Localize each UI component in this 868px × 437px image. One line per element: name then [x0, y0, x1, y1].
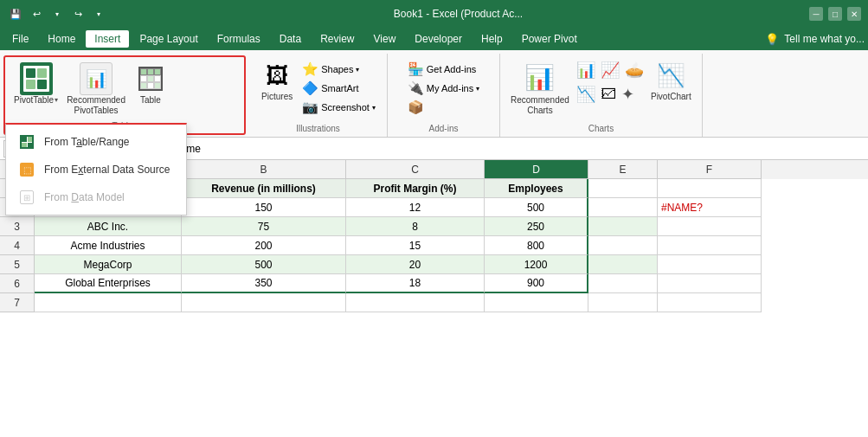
cell-b2[interactable]: 150: [182, 198, 346, 217]
cell-e7[interactable]: [588, 293, 658, 312]
cell-f1[interactable]: [658, 179, 762, 198]
rec-pivot-tables-button[interactable]: 📊 RecommendedPivotTables: [63, 61, 129, 118]
cell-a7[interactable]: [35, 293, 182, 312]
column-chart-button[interactable]: 📊: [575, 59, 597, 81]
quick-access-toolbar: 💾 ↩ ▾ ↪ ▾: [7, 5, 107, 22]
col-header-d[interactable]: D: [485, 160, 588, 179]
col-header-c[interactable]: C: [346, 160, 485, 179]
cell-d5[interactable]: 1200: [485, 255, 588, 274]
cell-f5[interactable]: [658, 255, 762, 274]
cell-b3[interactable]: 75: [182, 217, 346, 236]
my-addins-button[interactable]: 🔌 My Add-ins ▾: [404, 80, 483, 97]
get-addins-button[interactable]: 🏪 Get Add-ins: [404, 61, 483, 78]
cell-e6[interactable]: [588, 274, 658, 293]
menu-insert[interactable]: Insert: [86, 30, 129, 48]
cell-e4[interactable]: [588, 236, 658, 255]
cell-c6[interactable]: 18: [346, 274, 485, 293]
cell-e2[interactable]: [588, 198, 658, 217]
menu-developer[interactable]: Developer: [406, 30, 471, 48]
cell-c3[interactable]: 8: [346, 217, 485, 236]
cell-e1[interactable]: [588, 179, 658, 198]
cell-d1[interactable]: Employees: [485, 179, 588, 198]
rec-charts-button[interactable]: 📊 RecommendedCharts: [507, 57, 573, 118]
cell-d7[interactable]: [485, 293, 588, 312]
cell-b7[interactable]: [182, 293, 346, 312]
customize-qat[interactable]: ▾: [90, 5, 107, 22]
rec-pivot-label: RecommendedPivotTables: [67, 95, 125, 116]
cell-c1[interactable]: Profit Margin (%): [346, 179, 485, 198]
cell-f4[interactable]: [658, 236, 762, 255]
cell-c5[interactable]: 20: [346, 255, 485, 274]
cell-d6[interactable]: 900: [485, 274, 588, 293]
scatter-chart-button[interactable]: ✦: [620, 83, 636, 106]
cell-e3[interactable]: [588, 217, 658, 236]
my-addins-label: My Add-ins: [427, 83, 473, 93]
cell-a4[interactable]: Acme Industries: [35, 236, 182, 255]
row-header-5[interactable]: 5: [0, 255, 35, 274]
smartart-button[interactable]: 🔷 SmartArt: [299, 80, 379, 97]
cell-a6[interactable]: Global Enterprises: [35, 274, 182, 293]
row-header-7[interactable]: 7: [0, 293, 35, 312]
area-chart-button[interactable]: 🗠: [599, 83, 618, 106]
cell-b1[interactable]: Revenue (in millions): [182, 179, 346, 198]
table-button[interactable]: Table: [131, 61, 170, 106]
cell-d2[interactable]: 500: [485, 198, 588, 217]
from-external-item[interactable]: ⬚ From External Data Source: [6, 156, 186, 183]
menu-help[interactable]: Help: [473, 30, 511, 48]
office-store-button[interactable]: 📦: [404, 99, 483, 116]
cell-b6[interactable]: 350: [182, 274, 346, 293]
cell-d4[interactable]: 800: [485, 236, 588, 255]
undo-button[interactable]: ↩: [28, 5, 45, 22]
menu-data[interactable]: Data: [271, 30, 310, 48]
redo-button[interactable]: ↪: [69, 5, 87, 22]
pivot-table-button[interactable]: PivotTable ▾: [10, 61, 61, 106]
menu-file[interactable]: File: [3, 30, 37, 48]
cell-c2[interactable]: 12: [346, 198, 485, 217]
close-button[interactable]: ✕: [847, 7, 861, 21]
cell-f6[interactable]: [658, 274, 762, 293]
from-table-range-item[interactable]: From Table/Range: [6, 128, 186, 156]
bar-chart-button[interactable]: 📉: [575, 83, 597, 106]
menu-review[interactable]: Review: [312, 30, 363, 48]
menu-home[interactable]: Home: [39, 30, 84, 48]
my-addins-arrow: ▾: [476, 85, 479, 93]
pictures-button[interactable]: 🖼 Pictures: [257, 57, 297, 103]
menu-view[interactable]: View: [365, 30, 405, 48]
menu-formulas[interactable]: Formulas: [209, 30, 269, 48]
row-header-3[interactable]: 3: [0, 217, 35, 236]
cell-b5[interactable]: 500: [182, 255, 346, 274]
col-header-e[interactable]: E: [588, 160, 658, 179]
cell-f7[interactable]: [658, 293, 762, 312]
minimize-button[interactable]: ─: [809, 7, 823, 21]
col-header-b[interactable]: B: [182, 160, 346, 179]
row-header-4[interactable]: 4: [0, 236, 35, 255]
col-header-f[interactable]: F: [658, 160, 762, 179]
pie-chart-button[interactable]: 🥧: [623, 59, 646, 81]
pivot-chart-button[interactable]: 📉 PivotChart: [647, 57, 695, 103]
cell-b4[interactable]: 200: [182, 236, 346, 255]
cell-f3[interactable]: [658, 217, 762, 236]
from-table-label: From Table/Range: [44, 136, 130, 148]
maximize-button[interactable]: □: [828, 7, 842, 21]
cell-a5[interactable]: MegaCorp: [35, 255, 182, 274]
menu-power-pivot[interactable]: Power Pivot: [513, 30, 586, 48]
row-header-6[interactable]: 6: [0, 274, 35, 293]
cell-d3[interactable]: 250: [485, 217, 588, 236]
menu-page-layout[interactable]: Page Layout: [131, 30, 206, 48]
cell-c4[interactable]: 15: [346, 236, 485, 255]
cell-a3[interactable]: ABC Inc.: [35, 217, 182, 236]
pivot-table-dropdown-arrow[interactable]: ▾: [55, 96, 58, 104]
menu-bar: File Home Insert Page Layout Formulas Da…: [0, 28, 868, 50]
chart-types: 📊 📈 🥧 📉 🗠 ✦: [575, 57, 646, 106]
charts-group-label: Charts: [500, 124, 702, 133]
line-chart-button[interactable]: 📈: [599, 59, 621, 81]
screenshot-button[interactable]: 📷 Screenshot ▾: [299, 99, 379, 116]
shapes-button[interactable]: ⭐ Shapes ▾: [299, 61, 379, 78]
save-button[interactable]: 💾: [7, 5, 24, 22]
cell-f2[interactable]: #NAME?: [658, 198, 762, 217]
cell-e5[interactable]: [588, 255, 658, 274]
cell-c7[interactable]: [346, 293, 485, 312]
formula-input[interactable]: [122, 140, 865, 157]
undo-dropdown[interactable]: ▾: [48, 5, 66, 22]
screenshot-arrow: ▾: [372, 104, 376, 112]
